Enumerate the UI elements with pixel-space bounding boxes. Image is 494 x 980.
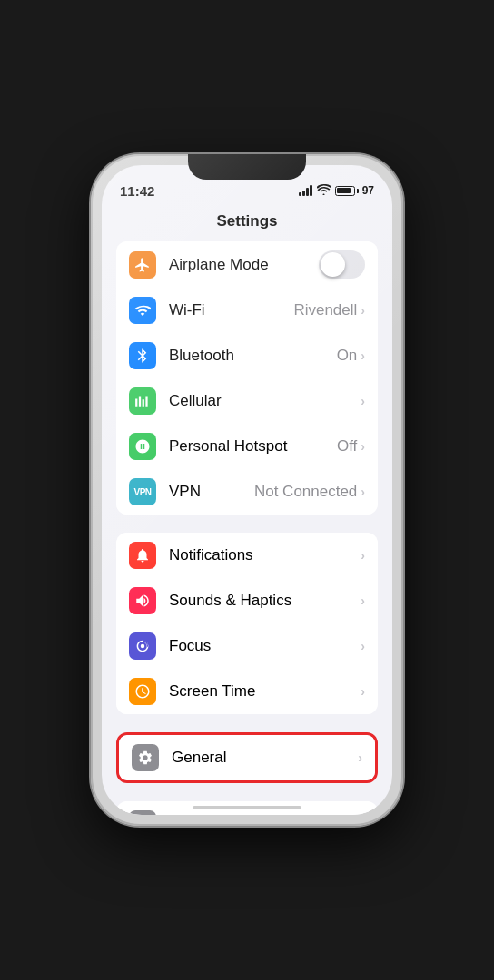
bluetooth-icon bbox=[129, 342, 156, 369]
cellular-row[interactable]: Cellular › bbox=[116, 378, 378, 424]
battery-icon: 97 bbox=[335, 184, 374, 197]
wifi-value: Rivendell bbox=[293, 301, 357, 319]
notifications-icon bbox=[129, 542, 156, 569]
bluetooth-row[interactable]: Bluetooth On › bbox=[116, 333, 378, 378]
screen-time-row[interactable]: Screen Time › bbox=[116, 669, 378, 714]
sounds-label: Sounds & Haptics bbox=[169, 592, 361, 610]
bluetooth-chevron-icon: › bbox=[361, 348, 365, 363]
general-row[interactable]: General › bbox=[119, 735, 375, 780]
screen: 11:42 bbox=[102, 165, 392, 815]
status-time: 11:42 bbox=[120, 183, 154, 199]
hotspot-chevron-icon: › bbox=[361, 439, 365, 454]
airplane-mode-label: Airplane Mode bbox=[169, 256, 319, 274]
notifications-row[interactable]: Notifications › bbox=[116, 533, 378, 578]
toggle-knob bbox=[321, 252, 345, 277]
bluetooth-label: Bluetooth bbox=[169, 347, 337, 365]
sounds-row[interactable]: Sounds & Haptics › bbox=[116, 578, 378, 623]
general-chevron-icon: › bbox=[358, 750, 362, 765]
control-center-icon bbox=[129, 810, 156, 815]
vpn-icon: VPN bbox=[129, 478, 156, 505]
screen-time-label: Screen Time bbox=[169, 682, 361, 701]
cellular-chevron-icon: › bbox=[361, 394, 365, 408]
content-scroll[interactable]: Airplane Mode Wi-Fi Rivendell › bbox=[102, 241, 392, 815]
vpn-row[interactable]: VPN VPN Not Connected › bbox=[116, 469, 378, 514]
notifications-chevron-icon: › bbox=[361, 548, 365, 563]
general-label: General bbox=[172, 749, 358, 767]
airplane-mode-toggle[interactable] bbox=[319, 250, 365, 279]
wifi-label: Wi-Fi bbox=[169, 301, 293, 319]
signal-bars-icon bbox=[299, 185, 312, 196]
sounds-icon bbox=[129, 587, 156, 614]
general-highlighted-container: General › bbox=[116, 732, 378, 783]
phone-frame: 11:42 bbox=[91, 154, 403, 826]
notifications-label: Notifications bbox=[169, 546, 361, 564]
wifi-chevron-icon: › bbox=[361, 303, 365, 318]
wifi-icon bbox=[129, 297, 156, 324]
bluetooth-value: On bbox=[337, 347, 358, 365]
alerts-group: Notifications › Sounds & Haptics › bbox=[116, 533, 378, 714]
cellular-icon bbox=[129, 387, 156, 415]
hotspot-label: Personal Hotspot bbox=[169, 437, 337, 456]
vpn-value: Not Connected bbox=[254, 483, 357, 501]
screen-time-chevron-icon: › bbox=[361, 684, 365, 699]
status-icons: 97 bbox=[299, 184, 374, 198]
airplane-mode-icon bbox=[129, 251, 156, 279]
vpn-chevron-icon: › bbox=[361, 485, 365, 499]
hotspot-icon bbox=[129, 433, 156, 460]
sounds-chevron-icon: › bbox=[361, 593, 365, 608]
hotspot-value: Off bbox=[337, 437, 357, 456]
focus-row[interactable]: Focus › bbox=[116, 623, 378, 669]
focus-icon bbox=[129, 632, 156, 660]
focus-label: Focus bbox=[169, 637, 361, 655]
airplane-mode-row[interactable]: Airplane Mode bbox=[116, 241, 378, 288]
connectivity-group: Airplane Mode Wi-Fi Rivendell › bbox=[116, 241, 378, 514]
vpn-label: VPN bbox=[169, 483, 254, 501]
home-indicator bbox=[193, 806, 301, 809]
battery-percentage: 97 bbox=[362, 184, 374, 197]
focus-chevron-icon: › bbox=[361, 639, 365, 653]
wifi-status-icon bbox=[317, 184, 331, 198]
hotspot-row[interactable]: Personal Hotspot Off › bbox=[116, 424, 378, 469]
cellular-label: Cellular bbox=[169, 392, 361, 410]
page-title: Settings bbox=[102, 205, 392, 241]
wifi-row[interactable]: Wi-Fi Rivendell › bbox=[116, 288, 378, 333]
notch bbox=[188, 154, 306, 180]
screen-time-icon bbox=[129, 678, 156, 705]
general-icon bbox=[132, 744, 159, 771]
